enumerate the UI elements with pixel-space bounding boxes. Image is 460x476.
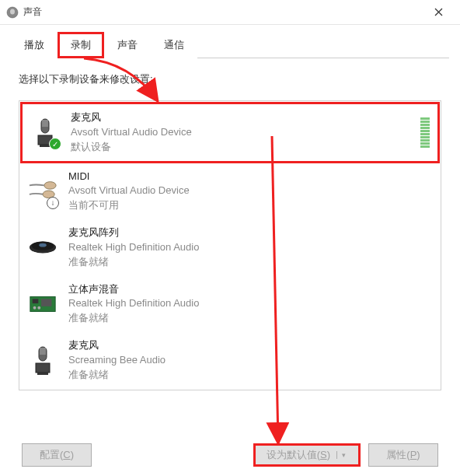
tab-playback[interactable]: 播放 — [11, 32, 57, 58]
svg-point-12 — [39, 243, 47, 247]
cable-icon: ↓ — [28, 175, 57, 208]
board-icon — [28, 288, 57, 320]
array-mic-icon — [28, 231, 57, 264]
device-info: 麦克风 Avsoft Virtual Audio Device 默认设备 — [71, 110, 414, 155]
chevron-down-icon[interactable]: ▾ — [336, 451, 347, 459]
level-meter — [420, 117, 430, 148]
svg-rect-14 — [33, 299, 39, 303]
device-desc: Avsoft Virtual Audio Device — [68, 184, 432, 198]
device-status: 准备就绪 — [68, 311, 432, 326]
device-desc: Avsoft Virtual Audio Device — [71, 125, 414, 140]
svg-rect-20 — [36, 363, 50, 373]
device-name: 麦克风 — [68, 338, 432, 353]
properties-label: 属性(P) — [386, 449, 420, 460]
device-info: MIDI Avsoft Virtual Audio Device 当前不可用 — [68, 170, 432, 214]
set-default-label: 设为默认值(S) — [267, 448, 330, 462]
svg-rect-5 — [42, 120, 48, 127]
device-name: MIDI — [68, 170, 432, 184]
device-info: 立体声混音 Realtek High Definition Audio 准备就绪 — [68, 282, 432, 327]
device-name: 麦克风阵列 — [68, 226, 432, 240]
mic-icon: ✓ — [30, 116, 60, 149]
mic-icon — [28, 344, 57, 376]
svg-point-1 — [10, 9, 15, 14]
device-status: 当前不可用 — [68, 198, 432, 213]
device-name: 麦克风 — [71, 110, 414, 125]
device-desc: Realtek High Definition Audio — [68, 296, 432, 311]
device-info: 麦克风阵列 Realtek High Definition Audio 准备就绪 — [68, 226, 432, 270]
device-status: 准备就绪 — [68, 368, 432, 383]
tab-comm[interactable]: 通信 — [151, 32, 197, 58]
set-default-button[interactable]: 设为默认值(S) ▾ — [253, 443, 361, 467]
svg-point-8 — [44, 181, 56, 189]
device-list: ✓ 麦克风 Avsoft Virtual Audio Device 默认设备 ↓ — [19, 100, 441, 390]
configure-label: 配置(C) — [40, 449, 74, 460]
device-desc: Screaming Bee Audio — [68, 353, 432, 368]
svg-rect-19 — [40, 348, 46, 355]
device-info: 麦克风 Screaming Bee Audio 准备就绪 — [68, 338, 432, 383]
window-titlebar: 声音 — [0, 0, 460, 25]
device-item[interactable]: ↓ MIDI Avsoft Virtual Audio Device 当前不可用 — [20, 163, 440, 220]
device-name: 立体声混音 — [68, 282, 432, 297]
tab-recording[interactable]: 录制 — [57, 32, 104, 58]
device-item[interactable]: 麦克风阵列 Realtek High Definition Audio 准备就绪 — [20, 219, 440, 276]
instruction-text: 选择以下录制设备来修改设置: — [19, 72, 441, 86]
svg-point-16 — [33, 306, 37, 310]
close-button[interactable] — [423, 1, 454, 24]
device-desc: Realtek High Definition Audio — [68, 240, 432, 255]
device-status: 默认设备 — [71, 140, 414, 155]
device-item[interactable]: 立体声混音 Realtek High Definition Audio 准备就绪 — [20, 276, 440, 333]
svg-rect-21 — [37, 373, 48, 375]
svg-point-17 — [37, 306, 40, 310]
configure-button[interactable]: 配置(C) — [22, 443, 92, 467]
window-title: 声音 — [23, 5, 423, 19]
device-status: 准备就绪 — [68, 255, 432, 270]
svg-rect-15 — [41, 299, 51, 306]
device-item[interactable]: ✓ 麦克风 Avsoft Virtual Audio Device 默认设备 — [20, 102, 440, 163]
audio-icon — [6, 6, 19, 19]
tab-bar: 播放 录制 声音 通信 — [11, 31, 449, 58]
default-badge: ✓ — [49, 138, 61, 150]
device-item[interactable]: 麦克风 Screaming Bee Audio 准备就绪 — [20, 332, 440, 389]
tab-sounds[interactable]: 声音 — [104, 32, 151, 58]
button-bar: 配置(C) 设为默认值(S) ▾ 属性(P) — [0, 443, 460, 467]
properties-button[interactable]: 属性(P) — [368, 443, 438, 467]
down-badge: ↓ — [47, 197, 59, 209]
